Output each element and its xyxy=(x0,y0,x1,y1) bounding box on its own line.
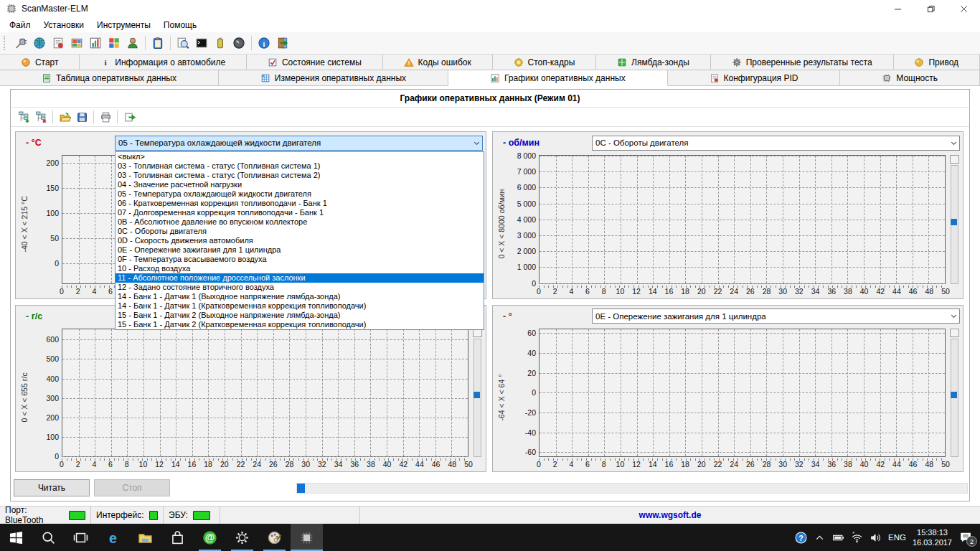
action-center-icon[interactable]: 2 xyxy=(958,530,973,545)
dropdown-item[interactable]: <выкл> xyxy=(116,152,484,161)
taskbar-scanmaster-button[interactable] xyxy=(291,524,323,551)
chart-scroll-slider[interactable] xyxy=(947,153,960,296)
start-button[interactable] xyxy=(0,524,32,551)
dropdown-item[interactable]: 03 - Топливная система - статус (Топливн… xyxy=(116,171,484,180)
tab-actuator[interactable]: Привод xyxy=(894,55,980,70)
tab-start[interactable]: Старт xyxy=(0,55,80,70)
dropdown-item[interactable]: 14 - Банк 1 - Датчик 1 (Кратковременная … xyxy=(116,301,484,311)
dropdown-item[interactable]: 12 - Задано состояние вторичного воздуха xyxy=(116,283,484,292)
taskbar-edge-button[interactable]: e xyxy=(97,524,129,551)
pid-combobox-coolant[interactable]: 05 - Температура охлаждающей жидкости дв… xyxy=(115,136,483,151)
toolbar-button-user-icon[interactable] xyxy=(123,34,142,52)
graphs-toolbar-button-open-icon[interactable] xyxy=(56,109,73,125)
tab-power[interactable]: Мощность xyxy=(840,70,980,86)
dropdown-item[interactable]: 11 - Абсолютное положение дроссельной за… xyxy=(116,273,484,283)
menu-help[interactable]: Помощь xyxy=(157,19,203,32)
taskbar-store-button[interactable] xyxy=(161,524,194,551)
dropdown-item[interactable]: 06 - Кратковременная коррекция топливопо… xyxy=(116,199,484,208)
chart-scroll-slider[interactable] xyxy=(947,326,960,469)
battery-tray-icon[interactable] xyxy=(832,532,844,544)
toolbar-drag-handle[interactable] xyxy=(4,36,8,50)
tab-error-codes[interactable]: Коды ошибок xyxy=(383,55,493,70)
tab-freeze-frames[interactable]: Стоп-кадры xyxy=(493,55,597,70)
dropdown-item[interactable]: 07 - Долговременная коррекция топливопод… xyxy=(116,208,484,217)
task-view-button[interactable] xyxy=(65,524,97,551)
toolbar-button-connect-icon[interactable] xyxy=(11,34,30,52)
dropdown-item[interactable]: 0E - Опережение зажигания для 1 цилиндра xyxy=(116,245,484,255)
graphs-toolbar-button-export-icon[interactable] xyxy=(121,109,138,125)
toolbar-button-live-data-grid-icon[interactable] xyxy=(67,34,86,52)
taskbar-explorer-button[interactable] xyxy=(129,524,161,551)
tab-vehicle-info[interactable]: iИнформация о автомобиле xyxy=(80,55,247,70)
restore-button[interactable] xyxy=(914,0,947,17)
dropdown-item[interactable]: 0B - Абсолютное давление во впускном кол… xyxy=(116,217,484,227)
chart-header: - ° 0E - Опережение зажигания для 1 цили… xyxy=(496,308,960,325)
clock[interactable]: 15:38:13 16.03.2017 xyxy=(913,527,952,548)
tray-expand-chevron-icon[interactable] xyxy=(814,532,826,544)
menu-settings[interactable]: Установки xyxy=(37,19,90,32)
graphs-toolbar-button-remove-graph-icon[interactable] xyxy=(32,109,50,125)
toolbar-button-dtc-page-icon[interactable] xyxy=(49,34,67,52)
toolbar-button-terminal-icon[interactable] xyxy=(192,34,211,52)
dropdown-item[interactable]: 14 - Банк 1 - Датчик 1 (Выходное напряже… xyxy=(116,292,484,301)
wifi-tray-icon[interactable]: * xyxy=(851,532,863,544)
slider-top-button[interactable] xyxy=(950,329,959,337)
dropdown-item[interactable]: 10 - Расход воздуха xyxy=(116,264,484,273)
website-link[interactable]: www.wgsoft.de xyxy=(360,507,980,524)
slider-top-button[interactable] xyxy=(950,155,959,164)
toolbar-button-info-icon[interactable]: i xyxy=(255,34,273,52)
slider-track[interactable] xyxy=(473,339,481,458)
toolbar-button-live-graphs-icon[interactable] xyxy=(86,34,105,52)
tab-pid-config[interactable]: Конфигурация PID xyxy=(668,70,841,86)
taskbar-search-button[interactable] xyxy=(32,524,65,551)
close-button[interactable] xyxy=(947,0,980,17)
toolbar-button-battery-device-icon[interactable] xyxy=(211,34,230,52)
slider-handle[interactable] xyxy=(473,392,480,398)
slider-track[interactable] xyxy=(951,165,958,284)
toolbar-button-windows-flag-icon[interactable] xyxy=(105,34,123,52)
toolbar-button-clipboard-icon[interactable] xyxy=(149,34,167,52)
minimize-button[interactable] xyxy=(881,0,914,17)
tab-lambda-sensors[interactable]: Лямбда-зонды xyxy=(596,55,711,70)
help-tray-icon[interactable]: ? xyxy=(795,532,807,544)
slider-handle[interactable] xyxy=(951,219,957,225)
dropdown-item[interactable]: 0C - Обороты двигателя xyxy=(116,227,484,236)
pid-combobox-timing[interactable]: 0E - Опережение зажигания для 1 цилиндра xyxy=(592,309,960,324)
dropdown-item[interactable]: 03 - Топливная система - статус (Топливн… xyxy=(116,161,484,171)
taskbar-settings-button[interactable] xyxy=(226,524,258,551)
toolbar-button-exit-icon[interactable] xyxy=(273,34,292,52)
slider-track[interactable] xyxy=(951,339,958,458)
graphs-toolbar-button-add-graph-icon[interactable] xyxy=(15,109,32,125)
graphs-toolbar-button-save-icon[interactable] xyxy=(73,109,90,125)
dropdown-item[interactable]: 0F - Температура всасываемого воздуха xyxy=(116,255,484,264)
dropdown-item[interactable]: 05 - Температура охлаждающей жидкости дв… xyxy=(116,189,484,199)
edge-icon: e xyxy=(105,530,121,545)
tab-live-data-table[interactable]: Таблица оперативных данных xyxy=(0,70,219,86)
tab-system-status[interactable]: Состояние системы xyxy=(247,55,383,70)
language-indicator[interactable]: ENG xyxy=(888,533,906,542)
chart-scroll-slider[interactable] xyxy=(470,326,483,469)
dropdown-item[interactable]: 15 - Банк 1 - Датчик 2 (Кратковременная … xyxy=(116,320,484,329)
dropdown-item[interactable]: 0D - Скорость движения автомобиля xyxy=(116,236,484,245)
toolbar-button-search-log-icon[interactable] xyxy=(174,34,192,52)
tab-live-data-graphs[interactable]: Графики оперативных данных xyxy=(448,70,668,86)
tab-test-results[interactable]: Проверенные результаты теста xyxy=(711,55,894,70)
taskbar-paint-button[interactable] xyxy=(258,524,291,551)
toolbar-button-vehicle-info-globe-icon[interactable] xyxy=(30,34,49,52)
toolbar-button-gauge-icon[interactable] xyxy=(230,34,248,52)
stop-button[interactable]: Стоп xyxy=(94,479,170,496)
dropdown-item[interactable]: 15 - Банк 1 - Датчик 2 (Выходное напряже… xyxy=(116,311,484,320)
tab-live-data-measurements[interactable]: Измерения оперативных данных xyxy=(219,70,448,86)
menu-file[interactable]: Файл xyxy=(3,19,37,32)
pid-combobox-rpm[interactable]: 0C - Обороты двигателя xyxy=(592,136,960,151)
x-tick-label: 46 xyxy=(909,287,918,296)
read-button[interactable]: Читать xyxy=(14,479,90,496)
menu-tools[interactable]: Инструменты xyxy=(90,19,157,32)
taskbar-mail-agent-button[interactable]: @ xyxy=(194,524,226,551)
slider-handle[interactable] xyxy=(951,392,957,398)
graphs-toolbar-button-print-icon[interactable] xyxy=(97,109,114,125)
volume-tray-icon[interactable] xyxy=(870,532,882,544)
store-icon xyxy=(170,530,185,545)
desktop: { "window": {"title": "ScanMaster-ELM"},… xyxy=(0,0,980,551)
dropdown-item[interactable]: 04 - Значение расчетной нагрузки xyxy=(116,180,484,189)
